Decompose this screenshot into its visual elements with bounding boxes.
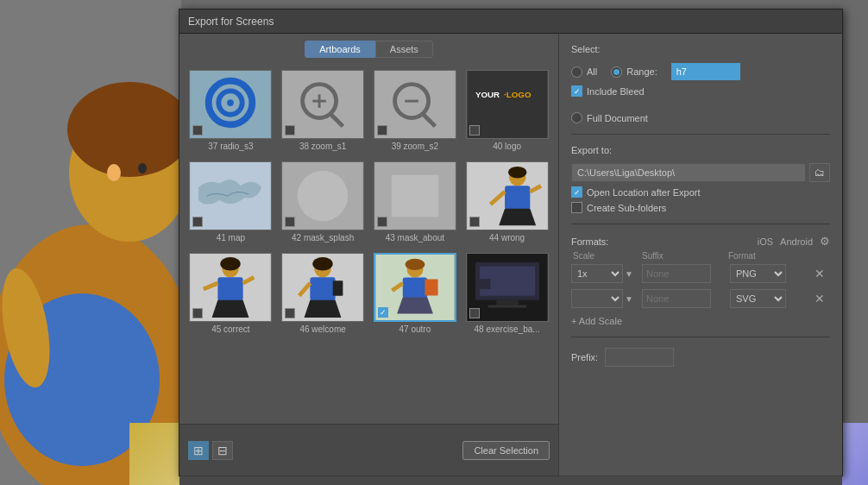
open-location-checkbox[interactable] — [571, 186, 582, 198]
tabs-container: Artboards Assets — [179, 34, 558, 63]
formats-label: Formats: — [571, 236, 608, 247]
artboard-item[interactable]: 37 radio_s3 — [186, 66, 275, 154]
artboard-item[interactable]: 38 zoom_s1 — [279, 66, 368, 154]
dialog-body: Artboards Assets — [179, 34, 842, 476]
format-col-headers: Scale Suffix Format — [571, 251, 830, 261]
artboard-checkbox[interactable] — [285, 217, 295, 227]
artboard-checkbox[interactable] — [192, 125, 203, 135]
artboard-checkbox[interactable] — [469, 217, 480, 227]
artboard-item[interactable]: 47 outro — [371, 249, 460, 337]
radio-range-circle — [611, 66, 622, 78]
artboard-thumb — [374, 70, 456, 139]
remove-format-2-button[interactable]: ✕ — [809, 292, 830, 305]
browse-folder-button[interactable]: 🗂 — [809, 163, 830, 182]
artboard-item[interactable]: 45 correct — [186, 249, 275, 337]
create-subfolders-label: Create Sub-folders — [587, 203, 666, 213]
export-dialog: Export for Screens Artboards Assets — [179, 9, 843, 476]
artboard-checkbox[interactable] — [469, 308, 480, 318]
svg-rect-45 — [333, 280, 343, 296]
divider-2 — [571, 224, 830, 224]
scale-select-1[interactable]: 1x 2x 3x — [571, 264, 623, 283]
svg-point-43 — [312, 257, 332, 271]
include-bleed-label: Include Bleed — [587, 86, 645, 97]
scale-dropdown-icon: ▼ — [625, 269, 633, 279]
artboard-item[interactable]: 43 mask_about — [371, 158, 460, 246]
radio-range[interactable]: Range: — [611, 66, 657, 78]
format-row-1: 1x 2x 3x ▼ PNG JPG SVG PDF — [571, 264, 830, 283]
prefix-label: Prefix: — [571, 352, 598, 362]
gear-icon[interactable]: ⚙ — [820, 235, 830, 248]
artboard-item[interactable]: 42 mask_splash — [279, 158, 368, 246]
divider-3 — [571, 337, 830, 337]
svg-rect-32 — [505, 186, 530, 209]
artboard-item[interactable]: 44 wrong — [462, 158, 551, 246]
remove-format-1-button[interactable]: ✕ — [809, 267, 830, 280]
artboard-checkbox-checked[interactable] — [378, 307, 388, 318]
add-scale-button[interactable]: + Add Scale — [571, 316, 830, 326]
open-location-row: Open Location after Export — [571, 186, 830, 198]
clear-selection-button[interactable]: Clear Selection — [462, 441, 550, 460]
svg-point-5 — [138, 163, 147, 173]
prefix-input[interactable] — [605, 348, 674, 367]
platform-buttons: iOS Android ⚙ — [758, 235, 830, 248]
artboard-label: 39 zoom_s2 — [392, 142, 438, 151]
artboard-checkbox[interactable] — [285, 308, 295, 318]
format-select-2[interactable]: SVG PNG JPG PDF — [730, 289, 786, 308]
artboard-checkbox[interactable] — [285, 125, 295, 135]
full-document-radio[interactable] — [571, 112, 582, 123]
svg-rect-44 — [311, 277, 336, 300]
export-path-input[interactable] — [571, 163, 806, 182]
col-suffix-header: Suffix — [642, 251, 728, 261]
scale-dropdown-icon-2: ▼ — [625, 294, 633, 304]
format-row-2: 1x ▼ SVG PNG JPG PDF ✕ — [571, 289, 830, 308]
artboards-scroll[interactable]: 37 radio_s3 — [179, 63, 558, 424]
artboard-item[interactable]: 41 map — [186, 158, 275, 246]
radio-all[interactable]: All — [571, 66, 597, 78]
artboards-grid: 37 radio_s3 — [186, 66, 551, 337]
artboard-thumb — [281, 70, 364, 139]
formats-section: Formats: iOS Android ⚙ Scale Suffix Form… — [571, 235, 830, 326]
artboard-checkbox[interactable] — [377, 125, 387, 135]
svg-text:YOUR: YOUR — [475, 90, 500, 99]
tab-artboards[interactable]: Artboards — [305, 41, 375, 58]
full-document-row: Full Document — [571, 112, 830, 123]
include-bleed-checkbox[interactable] — [571, 85, 582, 97]
dialog-footer: Selected: 1, Total Export: 2 Export Artb… — [179, 476, 842, 485]
svg-rect-28 — [392, 175, 439, 217]
svg-rect-58 — [475, 279, 491, 289]
range-value-input[interactable] — [671, 63, 740, 80]
artboard-item[interactable]: 46 welcome — [279, 249, 368, 337]
artboard-label: 43 mask_about — [386, 233, 444, 243]
artboard-item[interactable]: 48 exercise_ba... — [462, 249, 551, 337]
formats-header: Formats: iOS Android ⚙ — [571, 235, 830, 248]
dialog-title: Export for Screens — [188, 16, 274, 28]
view-list-button[interactable]: ⊟ — [212, 441, 233, 460]
col-format-header: Format — [728, 251, 808, 261]
include-bleed-row: Include Bleed — [571, 85, 830, 97]
select-section: Select: All Range: Include Bleed — [571, 44, 830, 123]
divider-1 — [571, 134, 830, 135]
artboard-item[interactable]: YOUR ·LOGO 40 logo — [462, 66, 551, 154]
artboard-label: 41 map — [217, 233, 245, 243]
tab-assets[interactable]: Assets — [375, 41, 433, 58]
artboard-thumb-selected — [374, 253, 456, 322]
artboard-thumb: YOUR ·LOGO — [466, 70, 549, 139]
suffix-input-2[interactable] — [642, 289, 711, 308]
create-subfolders-checkbox[interactable] — [571, 202, 582, 213]
artboard-checkbox[interactable] — [192, 308, 203, 318]
svg-rect-56 — [496, 300, 518, 305]
svg-point-37 — [221, 257, 241, 271]
artboard-checkbox[interactable] — [469, 125, 480, 135]
suffix-input-1[interactable] — [642, 264, 711, 283]
scale-select-2[interactable]: 1x — [571, 289, 623, 308]
open-location-label: Open Location after Export — [587, 187, 700, 198]
artboard-checkbox[interactable] — [377, 217, 387, 227]
artboard-item[interactable]: 39 zoom_s2 — [371, 66, 460, 154]
artboard-thumb — [281, 253, 364, 322]
ios-button[interactable]: iOS — [758, 236, 773, 247]
android-button[interactable]: Android — [780, 236, 813, 247]
artboard-checkbox[interactable] — [192, 217, 203, 227]
view-grid-button[interactable]: ⊞ — [188, 441, 209, 460]
format-select-1[interactable]: PNG JPG SVG PDF — [730, 264, 786, 283]
svg-rect-51 — [425, 280, 437, 296]
